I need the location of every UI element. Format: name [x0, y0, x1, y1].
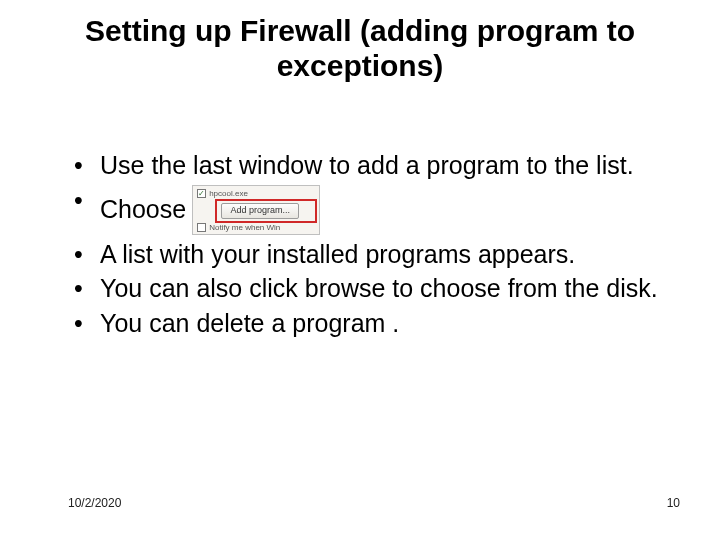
checkbox-icon — [197, 223, 206, 232]
slide: Setting up Firewall (adding program to e… — [0, 0, 720, 540]
page-number: 10 — [667, 496, 680, 510]
bullet-text: Use the last window to add a program to … — [100, 151, 634, 179]
title-line-1: Setting up Firewall (adding program to — [85, 14, 635, 47]
bullet-item: Use the last window to add a program to … — [68, 150, 670, 181]
bullet-item: You can also click browse to choose from… — [68, 273, 670, 304]
bullet-item: You can delete a program . — [68, 308, 670, 339]
bullet-text: You can delete a program . — [100, 309, 399, 337]
slide-body: Use the last window to add a program to … — [68, 150, 670, 342]
bullet-text: A list with your installed programs appe… — [100, 240, 575, 268]
checkbox-icon: ✓ — [197, 189, 206, 198]
red-highlight-box — [215, 199, 317, 223]
notify-row: Notify me when Win — [197, 222, 315, 234]
bullet-list: Use the last window to add a program to … — [68, 150, 670, 338]
title-line-2: exceptions) — [277, 49, 444, 82]
notify-label: Notify me when Win — [209, 223, 280, 233]
bullet-text: You can also click browse to choose from… — [100, 274, 658, 302]
footer-date: 10/2/2020 — [68, 496, 121, 510]
program-name-label: hpcool.exe — [209, 189, 248, 199]
firewall-dialog-snippet: ✓ hpcool.exe Add program... Notify me wh… — [192, 185, 320, 235]
bullet-item: A list with your installed programs appe… — [68, 239, 670, 270]
bullet-item: Choose ✓ hpcool.exe Add program... Notif — [68, 185, 670, 235]
slide-title: Setting up Firewall (adding program to e… — [50, 14, 670, 83]
bullet-text: Choose — [100, 194, 186, 225]
